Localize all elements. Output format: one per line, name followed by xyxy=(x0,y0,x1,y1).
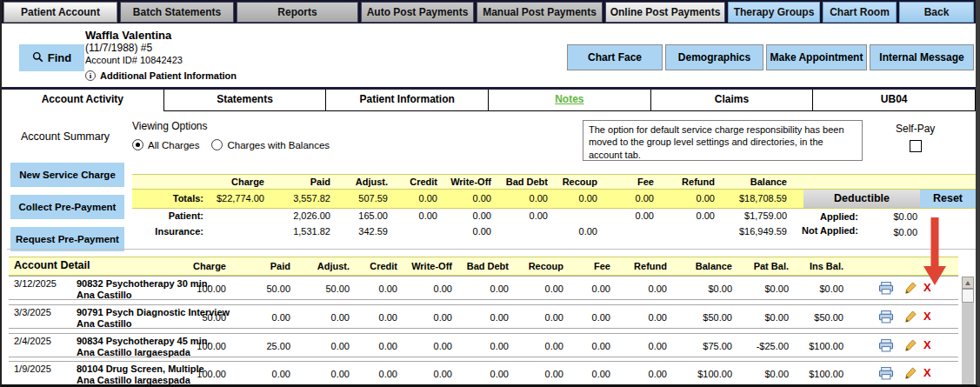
patient-dob: (11/7/1988) #5 xyxy=(85,42,152,54)
info-icon: i xyxy=(85,70,96,81)
tab-chart-room[interactable]: Chart Room xyxy=(823,2,897,23)
row-date: 1/9/2025 xyxy=(14,364,51,374)
summary-col-refund: Refund xyxy=(637,175,715,190)
tab-patient-account[interactable]: Patient Account xyxy=(3,2,117,23)
summary-insurance-row: Insurance: 1,531.82 342.59 0.00 0.00 $16… xyxy=(132,224,803,240)
applied-value: $0.00 xyxy=(867,210,917,224)
scrollbar-up-icon[interactable] xyxy=(962,277,974,289)
detail-header-row: Account Detail Charge Paid Adjust. Credi… xyxy=(9,257,958,276)
patient-account-window: Patient Account Batch Statements Reports… xyxy=(0,0,980,387)
tab-auto-post-payments[interactable]: Auto Post Payments xyxy=(361,2,474,23)
detail-row-2: 3/3/2025 90791 Psych Diagnostic Intervie… xyxy=(9,304,958,329)
charges-with-balances-radio[interactable] xyxy=(211,139,223,150)
print-icon[interactable] xyxy=(878,367,894,384)
request-pre-payment-button[interactable]: Request Pre-Payment xyxy=(10,227,124,251)
collect-pre-payment-button[interactable]: Collect Pre-Payment xyxy=(10,195,124,219)
insurance-label: Insurance: xyxy=(125,224,203,239)
totals-refund: 0.00 xyxy=(637,190,715,208)
patient-label: Patient: xyxy=(125,209,203,224)
self-pay-label: Self-Pay xyxy=(896,123,935,135)
top-nav-bar: Patient Account Batch Statements Reports… xyxy=(2,0,976,23)
patient-refund: 0.00 xyxy=(637,209,715,224)
edit-pencil-icon[interactable] xyxy=(904,339,917,355)
patient-name: Waffla Valentina xyxy=(85,29,171,42)
account-subtabs: Account Activity Statements Patient Info… xyxy=(2,90,976,111)
subtab-account-activity[interactable]: Account Activity xyxy=(2,90,164,111)
detail-row-1: 3/12/2025 90832 Psychotherapy 30 min. An… xyxy=(9,276,958,300)
tab-therapy-groups[interactable]: Therapy Groups xyxy=(728,2,820,23)
self-pay-checkbox[interactable] xyxy=(910,140,922,152)
not-applied-value: $0.00 xyxy=(867,226,917,239)
account-detail-title: Account Detail xyxy=(14,259,90,271)
tab-online-post-payments[interactable]: Online Post Payments xyxy=(605,2,725,23)
subtab-notes[interactable]: Notes xyxy=(489,90,651,111)
subtab-claims[interactable]: Claims xyxy=(651,90,814,111)
row-provider: Ana Castillo xyxy=(77,318,132,329)
delete-x-icon[interactable]: X xyxy=(923,338,931,351)
account-summary-title: Account Summary xyxy=(21,130,110,143)
all-charges-label: All Charges xyxy=(148,140,199,150)
viewing-options-title: Viewing Options xyxy=(132,120,208,132)
find-button[interactable]: Find xyxy=(19,44,84,71)
patient-balance: $1,759.00 xyxy=(709,209,787,224)
summary-totals-row: Totals: $22,774.00 3,557.82 507.59 0.00 … xyxy=(132,190,803,209)
tab-reports[interactable]: Reports xyxy=(237,2,358,23)
delete-x-icon[interactable]: X xyxy=(923,366,931,379)
applied-label: Applied: xyxy=(780,210,858,224)
edit-pencil-icon[interactable] xyxy=(904,282,917,297)
summary-col-balance: Balance xyxy=(709,175,787,190)
demographics-button[interactable]: Demographics xyxy=(665,44,763,70)
row-date: 3/3/2025 xyxy=(14,307,51,317)
print-icon[interactable] xyxy=(878,339,894,356)
detail-row-4: 1/9/2025 80104 Drug Screen, Multiple Ana… xyxy=(9,361,958,385)
tab-manual-post-payments[interactable]: Manual Post Payments xyxy=(477,2,603,23)
viewing-options-group: All ChargesCharges with Balances xyxy=(132,137,342,152)
make-appointment-button[interactable]: Make Appointment xyxy=(766,44,867,70)
edit-pencil-icon[interactable] xyxy=(904,367,917,383)
notes-link[interactable]: Notes xyxy=(555,93,583,105)
detail-row-3: 2/4/2025 90834 Psychotherapy 45 min. Ana… xyxy=(9,333,958,357)
additional-patient-info-link[interactable]: i Additional Patient Information xyxy=(85,70,237,81)
insurance-adjust: 342.59 xyxy=(310,224,388,239)
detail-scrollbar[interactable] xyxy=(962,277,974,385)
row-insbal: $100.00 xyxy=(765,368,843,380)
row-insbal: $100.00 xyxy=(765,340,843,352)
not-applied-label: Not Applied: xyxy=(771,224,858,237)
subtab-patient-information[interactable]: Patient Information xyxy=(326,90,489,111)
reset-button[interactable]: Reset xyxy=(920,190,976,209)
print-icon[interactable] xyxy=(878,282,894,298)
subtab-ub04[interactable]: UB04 xyxy=(813,90,976,111)
row-insbal: $50.00 xyxy=(765,311,843,324)
totals-balance: $18,708.59 xyxy=(709,190,787,208)
deductible-button[interactable]: Deductible xyxy=(803,190,920,209)
patient-baddebt: 0.00 xyxy=(470,209,548,224)
scrollbar-thumb[interactable] xyxy=(962,289,974,303)
section-divider xyxy=(7,249,976,250)
subtab-statements[interactable]: Statements xyxy=(164,90,327,111)
insurance-writeoff: 0.00 xyxy=(413,224,491,239)
detail-col-insbal: Ins Bal. xyxy=(765,257,843,276)
additional-patient-info-label: Additional Patient Information xyxy=(100,70,237,81)
tab-back[interactable]: Back xyxy=(899,2,974,23)
tab-batch-statements[interactable]: Batch Statements xyxy=(120,2,234,23)
edit-pencil-icon[interactable] xyxy=(904,310,917,326)
chart-face-button[interactable]: Chart Face xyxy=(567,44,663,70)
summary-patient-row: Patient: 2,026.00 165.00 0.00 0.00 0.00 … xyxy=(132,209,803,224)
all-charges-radio[interactable] xyxy=(132,139,143,150)
summary-header-row: Charge Paid Adjust. Credit Write-Off Bad… xyxy=(132,174,976,190)
row-provider: Ana Castillo xyxy=(77,290,132,300)
notice-box: The option for default service charge re… xyxy=(583,120,863,161)
print-icon[interactable] xyxy=(878,310,894,327)
account-id: Account ID# 10842423 xyxy=(85,55,183,65)
annotation-arrow-icon xyxy=(922,217,948,290)
charges-with-balances-label: Charges with Balances xyxy=(227,140,330,150)
search-icon xyxy=(32,51,43,65)
new-service-charge-button[interactable]: New Service Charge xyxy=(10,163,124,187)
row-insbal: $0.00 xyxy=(765,283,843,295)
delete-x-icon[interactable]: X xyxy=(923,310,931,323)
insurance-recoup: 0.00 xyxy=(519,224,597,239)
row-date: 2/4/2025 xyxy=(14,336,51,346)
find-label: Find xyxy=(48,51,71,64)
internal-message-button[interactable]: Internal Message xyxy=(870,44,974,70)
row-date: 3/12/2025 xyxy=(14,278,57,289)
